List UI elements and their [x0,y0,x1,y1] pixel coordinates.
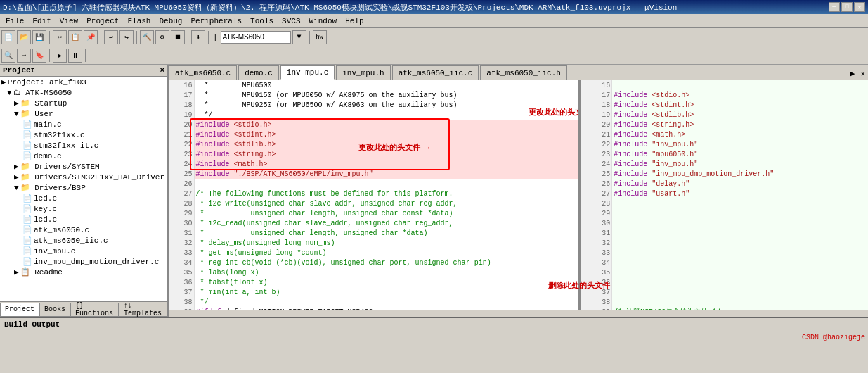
tree-drivers-bsp[interactable]: ▼ 📁 Drivers/BSP [0,182,167,193]
rebuild-button[interactable]: ⚙ [155,30,169,44]
tree-demo-c[interactable]: 📄 demo.c [0,151,167,161]
redo-button[interactable]: ↪ [119,30,134,44]
code-content [612,248,868,258]
menu-tools[interactable]: Tools [246,15,278,27]
sep1 [49,31,50,44]
tab-inv-mpu-h[interactable]: inv_mpu.h [336,65,390,80]
tree-lcd-c[interactable]: 📄 lcd.c [0,214,167,225]
menu-debug[interactable]: Debug [155,15,186,27]
menu-edit[interactable]: Edit [28,15,55,27]
table-row: 28 * i2c_write(unsigned char slave_addr,… [169,198,578,208]
tree-stm32f1xx-c[interactable]: 📄 stm32f1xx.c [0,129,167,140]
menu-project[interactable]: Project [82,15,123,27]
h-scrollbar[interactable] [169,310,868,317]
tree-main-c[interactable]: 📄 main.c [0,119,167,129]
undo-button[interactable]: ↩ [104,30,118,44]
project-close[interactable]: × [160,66,164,75]
tree-atk-ms6050[interactable]: ▼ 🗂 ATK-MS6050 [0,87,167,98]
close-button[interactable]: ✕ [854,2,865,12]
tree-atk-ms6050-iic-c[interactable]: 📄 atk_ms6050_iic.c [0,235,167,246]
tab-inv-mpu-c[interactable]: inv_mpu.c [280,65,335,80]
line-number: 32 [169,238,194,248]
target-label: | [212,33,219,42]
sep3 [136,31,137,44]
line-number: 20 [169,120,194,129]
code-content: #include "usart.h" [612,189,868,198]
line-number: 23 [169,149,194,159]
menu-file[interactable]: File [1,15,28,27]
download-button[interactable]: ⬇ [191,30,205,44]
table-row: 35 * labs(long x) [169,267,578,277]
tree-readme[interactable]: ▶ 📋 Readme [0,267,167,277]
table-row: 17#include <stdio.h> [581,90,868,100]
paste-button[interactable]: 📌 [84,30,98,44]
table-row: 24#include <math.h> [169,159,578,169]
tab-close-all[interactable]: ✕ [857,68,868,80]
copy-button[interactable]: 📋 [68,30,82,44]
tree-drivers-system[interactable]: ▶ 📁 Drivers/SYSTEM [0,161,167,172]
table-row: 30 [581,218,868,228]
tab-books[interactable]: Books [39,303,70,317]
minimize-button[interactable]: ─ [829,2,840,12]
tree-project-root[interactable]: ▶ Project: atk_f103 [0,77,167,87]
build-button[interactable]: 🔨 [140,30,154,44]
tree-inv-mpu-dmp-c[interactable]: 📄 inv_mpu_dmp_motion_driver.c [0,256,167,267]
tab-scroll-right[interactable]: ▶ [848,68,858,80]
tab-atk-ms6050-c[interactable]: atk_ms6050.c [169,65,237,80]
tree-inv-mpu-c[interactable]: 📄 inv_mpu.c [0,246,167,256]
open-button[interactable]: 📂 [17,30,31,44]
debug-run[interactable]: ▶ [53,49,67,63]
menu-view[interactable]: View [56,15,82,27]
table-row: 26#include "delay.h" [581,179,868,189]
tab-functions[interactable]: {} Functions [70,303,119,317]
table-row: 22#include <stdlib.h> [169,139,578,149]
right-code-scroll[interactable]: 16 17#include <stdio.h> 18#include <stdi… [581,80,868,310]
tree-key-c[interactable]: 📄 key.c [0,203,167,214]
target-options[interactable]: ▼ [292,30,306,44]
tree-startup[interactable]: ▶ 📁 Startup [0,98,167,108]
tab-project[interactable]: Project [0,303,39,317]
tree-atk-ms6050-c[interactable]: 📄 atk_ms6050.c [0,225,167,235]
table-row: 25#include "inv_mpu_dmp_motion_driver.h" [581,169,868,179]
stop-button[interactable]: ⏹ [171,30,185,44]
menu-help[interactable]: Help [341,15,368,27]
goto-button[interactable]: → [17,49,31,63]
code-content [612,218,868,228]
debug-stop[interactable]: ⏸ [68,49,82,63]
table-row: 23#include <string.h> [169,149,578,159]
tab-atk-ms6050-iic-c[interactable]: atk_ms6050_iic.c [392,65,479,80]
target-input[interactable] [221,31,291,44]
code-content: * unsigned char length, unsigned char co… [194,208,578,218]
code-content: */ [194,297,578,307]
table-row: 37 [581,287,868,297]
new-button[interactable]: 📄 [1,30,15,44]
search-button[interactable]: 🔍 [1,49,15,63]
menu-flash[interactable]: Flash [123,15,155,27]
table-row: 38 [581,297,868,307]
tree-user[interactable]: ▼ 📁 User [0,108,167,119]
menu-svcs[interactable]: SVCS [278,15,304,27]
line-number: 34 [169,258,194,267]
bookmark-button[interactable]: 🔖 [32,49,46,63]
left-code-scroll[interactable]: 16 * MPU6500 17 * MPU9150 (or MPU6050 w/… [169,80,578,310]
table-row: 32 * delay_ms(unsigned long num_ms) [169,238,578,248]
tree-stm32f1xx-it-c[interactable]: 📄 stm32f1xx_it.c [0,140,167,151]
hw-btn[interactable]: hw [313,30,327,44]
save-button[interactable]: 💾 [32,30,46,44]
code-content: #include "mpu6050.h" [612,149,868,159]
maximize-button[interactable]: □ [841,2,853,12]
title-buttons: ─ □ ✕ [829,2,865,12]
tab-demo-c[interactable]: demo.c [238,65,279,80]
project-tree[interactable]: ▶ Project: atk_f103 ▼ 🗂 ATK-MS6050 ▶ 📁 S… [0,77,167,301]
tree-led-c[interactable]: 📄 led.c [0,193,167,203]
menu-window[interactable]: Window [305,15,342,27]
table-row: 38 */ [169,297,578,307]
code-content: #include <math.h> [194,159,578,169]
cut-button[interactable]: ✂ [53,30,67,44]
menu-peripherals[interactable]: Peripherals [186,15,246,27]
tab-templates[interactable]: ↑↓ Templates [119,303,167,317]
tree-drivers-hal[interactable]: ▶ 📁 Drivers/STM32F1xx_HAL_Driver [0,172,167,182]
title-bar: D:\盘面\[正点原子] 六轴传感器模块ATK-MPU6050资料（新资料）\2… [0,0,868,14]
tab-atk-ms6050-iic-h[interactable]: atk_ms6050_iic.h [480,65,567,80]
toolbar-1: 📄 📂 💾 ✂ 📋 📌 ↩ ↪ 🔨 ⚙ ⏹ ⬇ | ▼ hw [0,28,868,46]
